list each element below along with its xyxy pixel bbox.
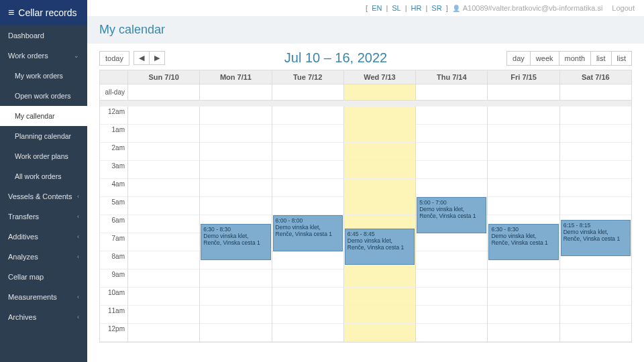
event-time: 6:15 - 8:15: [564, 222, 628, 229]
nav-dashboard[interactable]: Dashboard: [0, 25, 87, 46]
allday-label: all-day: [100, 84, 128, 100]
today-button[interactable]: today: [99, 51, 129, 66]
nav-all-work-orders[interactable]: All work orders: [0, 166, 87, 186]
time-label: 10am: [100, 288, 127, 306]
nav-measurements[interactable]: Measurements‹: [0, 287, 87, 307]
lang-sl[interactable]: SL: [392, 4, 400, 12]
chevron-down-icon: ⌄: [74, 52, 79, 59]
event-text: Demo vinska klet, Renče, Vinska cesta 1: [347, 237, 412, 251]
time-label: 7am: [100, 233, 127, 251]
time-label: 2am: [100, 143, 127, 161]
nav-vessels[interactable]: Vessels & Contents‹: [0, 186, 87, 206]
lang-hr[interactable]: HR: [411, 4, 422, 12]
view-day-button[interactable]: day: [506, 51, 531, 66]
nav-archives[interactable]: Archives‹: [0, 307, 87, 327]
event-text: Demo vinska klet, Renče, Vinska cesta 1: [419, 206, 484, 219]
hamburger-icon[interactable]: ≡: [8, 7, 14, 19]
day-column[interactable]: 5:00 - 7:00Demo vinska klet, Renče, Vins…: [416, 107, 488, 342]
view-week-button[interactable]: week: [531, 51, 559, 66]
event-time: 6:30 - 8:30: [203, 226, 268, 233]
calendar-wrap: today ◀ ▶ Jul 10 – 16, 2022 day week mon…: [87, 44, 644, 362]
nav-my-work-orders[interactable]: My work orders: [0, 66, 87, 86]
view-list2-button[interactable]: list: [612, 51, 632, 66]
nav-cellar-map[interactable]: Cellar map: [0, 267, 87, 287]
lang-bracket: ]: [446, 4, 448, 12]
brand-title: Cellar records: [18, 7, 76, 18]
next-button[interactable]: ▶: [150, 51, 165, 65]
time-label: 8am: [100, 251, 127, 269]
day-header: Thu 7/14: [416, 70, 488, 84]
time-label: 5am: [100, 197, 127, 215]
logout-link[interactable]: Logout: [612, 4, 635, 12]
allday-cell[interactable]: [272, 84, 344, 100]
allday-cell[interactable]: [128, 84, 200, 100]
day-column[interactable]: 6:30 - 8:30Demo vinska klet, Renče, Vins…: [200, 107, 272, 342]
view-list-button[interactable]: list: [591, 51, 611, 66]
time-label: 9am: [100, 269, 127, 288]
event-time: 6:30 - 8:30: [491, 226, 555, 233]
nav-open-work-orders[interactable]: Open work orders: [0, 86, 87, 106]
topbar: [ EN| SL| HR| SR ] A10089#valter.bratkov…: [87, 0, 644, 16]
time-label: 4am: [100, 179, 127, 197]
calendar-event[interactable]: 6:45 - 8:45Demo vinska klet, Renče, Vins…: [345, 229, 415, 265]
day-column[interactable]: 6:45 - 8:45Demo vinska klet, Renče, Vins…: [344, 107, 416, 342]
allday-cell[interactable]: [488, 84, 559, 100]
time-label: 6am: [100, 215, 127, 233]
calendar-event[interactable]: 6:15 - 8:15Demo vinska klet, Renče, Vins…: [561, 220, 631, 256]
user-icon: [452, 4, 460, 12]
page-title: My calendar: [99, 23, 632, 37]
time-column-header: [100, 70, 128, 84]
day-column[interactable]: 6:15 - 8:15Demo vinska klet, Renče, Vins…: [560, 107, 631, 342]
calendar-event[interactable]: 6:30 - 8:30Demo vinska klet, Renče, Vins…: [201, 224, 270, 260]
calendar-title: Jul 10 – 16, 2022: [284, 50, 387, 66]
chevron-left-icon: ‹: [77, 314, 79, 320]
event-text: Demo vinska klet, Renče, Vinska cesta 1: [203, 233, 268, 246]
event-time: 6:00 - 8:00: [276, 217, 340, 224]
day-header: Wed 7/13: [344, 70, 416, 84]
brand-header: ≡ Cellar records: [0, 0, 87, 25]
main-content: [ EN| SL| HR| SR ] A10089#valter.bratkov…: [87, 0, 644, 362]
day-header: Sat 7/16: [560, 70, 631, 84]
calendar-toolbar: today ◀ ▶ Jul 10 – 16, 2022 day week mon…: [99, 50, 632, 66]
time-label: 12pm: [100, 324, 127, 342]
allday-cell[interactable]: [344, 84, 416, 100]
allday-cell[interactable]: [416, 84, 488, 100]
calendar-event[interactable]: 6:00 - 8:00Demo vinska klet, Renče, Vins…: [273, 215, 343, 251]
time-label: 1am: [100, 125, 127, 143]
day-header: Fri 7/15: [488, 70, 559, 84]
event-text: Demo vinska klet, Renče, Vinska cesta 1: [491, 233, 555, 246]
nav-planning-calendar[interactable]: Planning calendar: [0, 126, 87, 146]
page-title-bar: My calendar: [87, 16, 644, 44]
day-columns: 6:30 - 8:30Demo vinska klet, Renče, Vins…: [128, 107, 631, 342]
spacer-row: [100, 100, 631, 107]
nav-transfers[interactable]: Transfers‹: [0, 206, 87, 227]
time-labels-column: 12am1am2am3am4am5am6am7am8am9am10am11am1…: [100, 107, 128, 342]
day-column[interactable]: 6:30 - 8:30Demo vinska klet, Renče, Vins…: [488, 107, 559, 342]
nav-my-calendar[interactable]: My callendar: [0, 106, 87, 126]
nav-work-order-plans[interactable]: Work order plans: [0, 146, 87, 166]
nav-work-orders[interactable]: Work orders⌄: [0, 46, 87, 66]
lang-sr[interactable]: SR: [431, 4, 441, 12]
allday-cell[interactable]: [200, 84, 272, 100]
time-label: 12am: [100, 107, 127, 125]
calendar-event[interactable]: 5:00 - 7:00Demo vinska klet, Renče, Vins…: [417, 197, 486, 233]
nav-additives[interactable]: Additives‹: [0, 227, 87, 247]
nav-analyzes[interactable]: Analyzes‹: [0, 247, 87, 267]
view-month-button[interactable]: month: [559, 51, 592, 66]
chevron-left-icon: ‹: [77, 253, 79, 260]
lang-en[interactable]: EN: [372, 4, 382, 12]
chevron-left-icon: ‹: [77, 193, 79, 200]
allday-row: all-day: [100, 84, 631, 100]
day-column[interactable]: [128, 107, 200, 342]
event-text: Demo vinska klet, Renče, Vinska cesta 1: [276, 224, 340, 237]
day-header: Sun 7/10: [128, 70, 200, 84]
allday-cell[interactable]: [560, 84, 631, 100]
time-label: 3am: [100, 161, 127, 179]
day-column[interactable]: 6:00 - 8:00Demo vinska klet, Renče, Vins…: [272, 107, 344, 342]
calendar-header-row: Sun 7/10Mon 7/11Tue 7/12Wed 7/13Thu 7/14…: [100, 70, 631, 84]
calendar-grid: Sun 7/10Mon 7/11Tue 7/12Wed 7/13Thu 7/14…: [99, 70, 632, 343]
time-label: 11am: [100, 306, 127, 324]
prev-button[interactable]: ◀: [133, 51, 150, 65]
calendar-event[interactable]: 6:30 - 8:30Demo vinska klet, Renče, Vins…: [488, 224, 558, 260]
lang-bracket: [: [366, 4, 368, 12]
